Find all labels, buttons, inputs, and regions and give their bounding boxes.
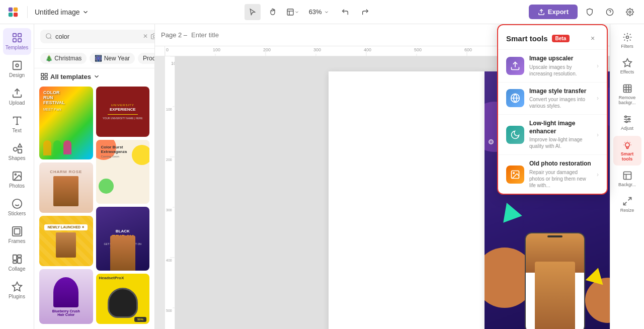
- bf-phone: [525, 232, 585, 329]
- layout-tool-btn[interactable]: [285, 4, 301, 20]
- help-icon-btn[interactable]: [602, 4, 618, 20]
- template-card-bf-small[interactable]: BLACK FRIDAY GET UP TO 50% DISCOUNT ONAL…: [96, 207, 150, 271]
- stp-item-style-transfer[interactable]: Image style transfer Convert your images…: [498, 82, 607, 115]
- template-col-1: COLORRUNFESTIVAL MEET Park: [39, 87, 93, 324]
- search-input-wrap: ✕: [40, 30, 155, 43]
- svg-rect-3: [14, 12, 18, 16]
- svg-rect-83: [623, 85, 631, 93]
- tab-christmas[interactable]: 🎄 Christmas: [40, 53, 87, 64]
- old-photo-icon: [506, 166, 524, 184]
- app-logo[interactable]: [6, 5, 20, 19]
- stp-close-btn[interactable]: ×: [587, 32, 599, 44]
- template-card-charm-rose[interactable]: CHARM ROSE: [39, 162, 93, 213]
- stp-text-old-photo: Old photo restoration Repair your damage…: [529, 160, 592, 189]
- tab-new-year[interactable]: 🎆 New Year: [90, 53, 135, 64]
- zoom-control[interactable]: 63%: [305, 6, 333, 18]
- sidebar-item-stickers[interactable]: Stickers: [3, 194, 31, 221]
- template-col-2: UNIVERSITY EXPERIENCE YOUR UNIVERSITY NA…: [96, 87, 150, 324]
- stp-text-style-transfer: Image style transfer Convert your images…: [529, 88, 592, 110]
- tab-product[interactable]: Prod...: [138, 53, 154, 64]
- svg-rect-14: [18, 39, 21, 42]
- right-nav-adjust[interactable]: Adjust: [613, 110, 641, 135]
- upscaler-icon: [506, 57, 524, 75]
- template-card-color-burst[interactable]: Color BurstExtravaganza Coming Soon: [96, 140, 150, 204]
- search-icon: [45, 33, 52, 40]
- svg-rect-15: [13, 61, 21, 70]
- svg-rect-1: [14, 7, 18, 11]
- sidebar-item-collage[interactable]: Collage: [3, 250, 31, 276]
- svg-text:100: 100: [166, 108, 172, 111]
- template-card-newly-launched[interactable]: NEWLY LAUNCHED ✦: [39, 216, 93, 266]
- stp-arrow-low-light: ›: [597, 131, 599, 138]
- settings-icon-btn[interactable]: [622, 4, 638, 20]
- svg-text:400: 400: [166, 259, 172, 262]
- search-clear-btn[interactable]: ✕: [143, 33, 148, 40]
- svg-line-35: [50, 38, 52, 39]
- sidebar-item-plugins[interactable]: Plugins: [3, 277, 31, 304]
- right-nav-filters[interactable]: Filters: [613, 28, 641, 53]
- stp-header: Smart tools Beta ×: [498, 25, 607, 49]
- chevron-down-icon: [93, 73, 100, 80]
- svg-rect-29: [14, 229, 20, 234]
- undo-btn[interactable]: [337, 4, 353, 20]
- stp-item-low-light[interactable]: Low-light image enhancer Improve low-lig…: [498, 114, 607, 154]
- stp-item-image-upscaler[interactable]: Image upscaler Upscale images by increas…: [498, 49, 607, 82]
- sidebar-item-design[interactable]: Design: [3, 56, 31, 83]
- svg-text:200: 200: [166, 158, 172, 161]
- stp-text-upscaler: Image upscaler Upscale images by increas…: [529, 55, 592, 77]
- svg-rect-30: [13, 255, 16, 260]
- beta-badge: Beta: [552, 35, 570, 42]
- topbar-center-tools: 63%: [94, 4, 524, 20]
- all-templates-row[interactable]: All templates: [34, 68, 154, 84]
- right-nav-smart-tools[interactable]: Smart tools Smart tools Beta ×: [613, 136, 641, 166]
- svg-rect-2: [9, 12, 13, 16]
- svg-point-34: [46, 34, 51, 38]
- stp-arrow-old-photo: ›: [597, 171, 599, 178]
- sidebar-item-shapes[interactable]: Shapes: [3, 139, 31, 166]
- canvas-page-left[interactable]: [329, 71, 485, 329]
- sidebar-item-photos[interactable]: Photos: [3, 167, 31, 193]
- right-nav-resize[interactable]: Resize: [613, 192, 641, 217]
- svg-text:600: 600: [464, 47, 472, 52]
- svg-marker-21: [18, 144, 21, 147]
- stp-arrow-upscaler: ›: [597, 62, 599, 69]
- search-bar: ✕: [34, 24, 154, 49]
- template-card-headset[interactable]: HeadsetProX 50%: [96, 274, 150, 324]
- svg-point-25: [12, 199, 21, 208]
- select-tool-btn[interactable]: [245, 4, 261, 20]
- topbar: Untitled image 63% Export: [0, 0, 644, 24]
- chevron-down-icon: [82, 9, 89, 16]
- search-input[interactable]: [55, 33, 140, 40]
- svg-point-16: [16, 64, 19, 67]
- shield-icon-btn[interactable]: [582, 4, 598, 20]
- svg-rect-32: [17, 258, 21, 263]
- sidebar-item-frames[interactable]: Frames: [3, 222, 31, 249]
- stp-title: Smart tools Beta: [506, 34, 570, 43]
- doc-title[interactable]: Untitled image: [35, 8, 89, 16]
- template-card-university[interactable]: UNIVERSITY EXPERIENCE YOUR UNIVERSITY NA…: [96, 87, 150, 137]
- redo-btn[interactable]: [357, 4, 373, 20]
- right-nav-effects[interactable]: Effects: [613, 54, 641, 78]
- svg-rect-0: [9, 7, 13, 11]
- svg-text:300: 300: [313, 47, 321, 52]
- sidebar-item-upload[interactable]: Upload: [3, 84, 31, 110]
- template-card-color-run[interactable]: COLORRUNFESTIVAL MEET Park: [39, 87, 93, 159]
- style-transfer-icon: [506, 89, 524, 107]
- stp-item-old-photo[interactable]: Old photo restoration Repair your damage…: [498, 154, 607, 194]
- svg-rect-42: [41, 77, 44, 79]
- sidebar-item-text[interactable]: Text: [3, 111, 31, 138]
- svg-rect-40: [41, 73, 44, 76]
- export-button[interactable]: Export: [529, 5, 578, 19]
- svg-text:500: 500: [166, 309, 172, 312]
- svg-text:100: 100: [171, 61, 175, 66]
- stp-arrow-style-transfer: ›: [597, 95, 599, 102]
- template-card-blueberry[interactable]: Blueberry CrushHair Color: [39, 269, 93, 324]
- right-nav-remove-bg[interactable]: Remove backgr...: [613, 79, 641, 109]
- ruler-vertical: 100 100 200 300 400 500: [165, 56, 175, 329]
- sidebar-item-templates[interactable]: Templates: [3, 28, 31, 55]
- divider: [27, 6, 28, 18]
- right-nav-background[interactable]: Backgr...: [613, 167, 641, 191]
- page-title-input[interactable]: [191, 31, 276, 39]
- pan-tool-btn[interactable]: [265, 4, 281, 20]
- category-tabs: 🎄 Christmas 🎆 New Year Prod...: [34, 49, 154, 68]
